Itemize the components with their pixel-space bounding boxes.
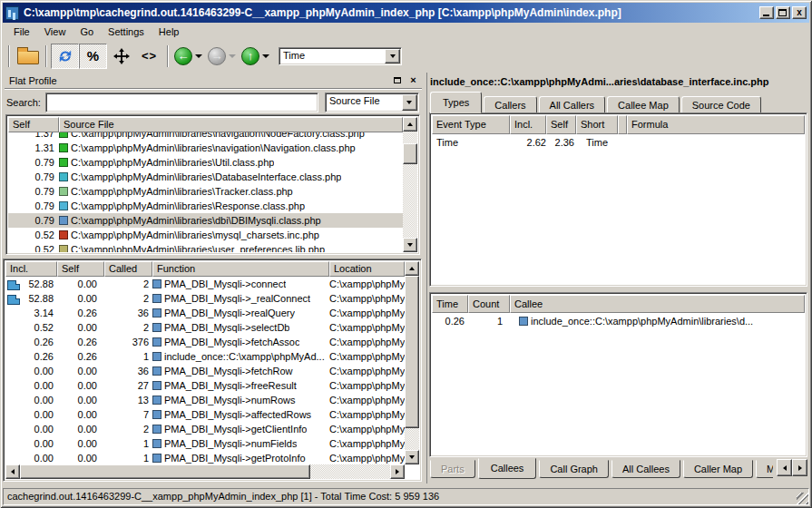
self-cost-value: 0.52 (8, 244, 59, 252)
minimize-button[interactable] (759, 6, 774, 19)
tab-callee-map[interactable]: Callee Map (607, 96, 680, 114)
tab-caller-map[interactable]: Caller Map (683, 460, 753, 478)
horizontal-scrollbar[interactable] (5, 464, 405, 479)
back-button[interactable]: ← (172, 44, 194, 69)
percent-toggle-button[interactable]: % (79, 44, 107, 69)
tab-all-callers[interactable]: All Callers (539, 96, 606, 114)
function-row[interactable]: 0.520.002PMA_DBI_Mysqli->selectDbC:\xamp… (5, 320, 405, 335)
open-file-button[interactable] (14, 44, 42, 69)
scroll-up-button[interactable] (405, 261, 419, 276)
combobox-dropdown-button[interactable] (385, 49, 400, 64)
event-type-row[interactable]: Time2.622.36Time (432, 134, 805, 150)
function-name: PMA_DBI_Mysqli->numFields (164, 438, 297, 449)
function-row[interactable]: 0.000.0027PMA_DBI_Mysqli->freeResultC:\x… (5, 378, 405, 393)
search-input[interactable] (45, 93, 318, 112)
tab-call-graph[interactable]: Call Graph (539, 460, 609, 478)
column-header-callee[interactable]: Callee (510, 295, 805, 313)
column-header-incl[interactable]: Incl. (5, 261, 57, 277)
scroll-left-button[interactable] (5, 464, 20, 479)
function-row[interactable]: 0.260.261include_once::C:\xampp\phpMyAd.… (5, 349, 405, 364)
column-header-source-file[interactable]: Source File (59, 117, 403, 132)
function-row[interactable]: 3.140.2636PMA_DBI_Mysqli->realQueryC:\xa… (5, 306, 405, 320)
column-header-formula[interactable]: Formula (627, 115, 805, 134)
column-header-self[interactable]: Self (546, 115, 576, 134)
dock-close-button[interactable]: × (406, 74, 420, 87)
toolbar-handle[interactable] (8, 45, 10, 67)
source-file-row[interactable]: 0.79C:\xampp\phpMyAdmin\libraries\Databa… (8, 170, 403, 184)
scroll-up-button[interactable] (403, 117, 417, 132)
source-file-row[interactable]: 0.79C:\xampp\phpMyAdmin\libraries\Respon… (8, 199, 403, 213)
event-type-combobox[interactable]: Time (279, 47, 402, 65)
source-file-row[interactable]: 0.52C:\xampp\phpMyAdmin\libraries\user_p… (8, 242, 403, 252)
function-row[interactable]: 52.880.002PMA_DBI_Mysqli->connectC:\xamp… (5, 277, 405, 291)
menu-file[interactable]: File (6, 24, 37, 40)
refresh-toggle-button[interactable] (51, 44, 79, 69)
maximize-button[interactable] (776, 6, 790, 19)
column-header-self[interactable]: Self (8, 117, 59, 132)
menu-help[interactable]: Help (152, 24, 187, 40)
resize-grip-icon[interactable] (797, 493, 808, 504)
scrollbar-thumb[interactable] (403, 143, 417, 164)
scroll-down-button[interactable] (403, 238, 417, 252)
scrollbar-thumb[interactable] (20, 464, 310, 479)
column-header-count[interactable]: Count (468, 295, 510, 313)
titlebar[interactable]: C:\xampp\tmp\cachegrind.out.1416463299-C… (3, 3, 809, 23)
tab-scroll-left-button[interactable] (777, 459, 792, 476)
app-icon[interactable] (5, 6, 19, 20)
dock-float-button[interactable] (390, 74, 404, 87)
function-row[interactable]: 0.000.001PMA_DBI_Mysqli->numFieldsC:\xam… (5, 436, 405, 451)
tab-callees[interactable]: Callees (478, 458, 537, 479)
column-header-time[interactable]: Time (432, 295, 468, 313)
back-dropdown-icon[interactable] (195, 54, 202, 58)
column-header-self[interactable]: Self (57, 261, 104, 277)
column-header-short[interactable]: Short (576, 115, 618, 134)
tab-parts[interactable]: Parts (430, 460, 475, 478)
up-button[interactable]: ↑ (240, 44, 261, 69)
source-file-row[interactable]: 0.79C:\xampp\phpMyAdmin\libraries\dbi\DB… (8, 213, 403, 228)
column-header-incl[interactable]: Incl. (510, 115, 546, 134)
source-file-row[interactable]: 0.52C:\xampp\phpMyAdmin\libraries\mysql_… (8, 228, 403, 242)
function-row[interactable]: 0.000.007PMA_DBI_Mysqli->affectedRowsC:\… (5, 407, 405, 422)
up-dropdown-icon[interactable] (262, 54, 269, 58)
combobox-dropdown-button[interactable] (402, 94, 417, 111)
function-row[interactable]: 0.000.001PMA_DBI_Mysqli->getProtoInfoC:\… (5, 451, 405, 464)
group-by-combobox[interactable]: Source File (325, 93, 419, 112)
column-header-event-type[interactable]: Event Type (432, 115, 510, 134)
close-button[interactable]: x (792, 6, 807, 19)
source-file-row[interactable]: 1.31C:\xampp\phpMyAdmin\libraries\naviga… (8, 141, 403, 155)
callee-row[interactable]: 0.261include_once::C:\xampp\phpMyAdmin\l… (432, 313, 805, 328)
function-row[interactable]: 0.000.0013PMA_DBI_Mysqli->numRowsC:\xamp… (5, 393, 405, 407)
source-file-path: C:\xampp\phpMyAdmin\libraries\DatabaseIn… (71, 171, 341, 182)
vertical-scrollbar[interactable] (405, 261, 419, 464)
source-file-row[interactable]: 1.37C:\xampp\phpMyAdmin\libraries\naviga… (8, 132, 403, 141)
forward-button[interactable]: → (206, 44, 228, 69)
source-file-row[interactable]: 0.79C:\xampp\phpMyAdmin\libraries\Util.c… (8, 155, 403, 170)
function-row[interactable]: 52.880.002PMA_DBI_Mysqli->_realConnectC:… (5, 291, 405, 306)
vertical-scrollbar[interactable] (403, 117, 417, 252)
tab-source-code[interactable]: Source Code (681, 96, 761, 114)
tab-all-callees[interactable]: All Callees (611, 460, 680, 478)
tab-scroll-right-button[interactable] (792, 459, 807, 476)
self-cost-value: 1.31 (8, 142, 59, 153)
cycle-detection-button[interactable]: <> (135, 44, 163, 69)
dock-titlebar[interactable]: Flat Profile × (5, 73, 422, 89)
source-file-rows: 1.37C:\xampp\phpMyAdmin\libraries\naviga… (8, 132, 403, 252)
column-header-location[interactable]: Location (329, 261, 405, 277)
self-cost-value: 0.00 (57, 278, 104, 289)
menu-view[interactable]: View (37, 24, 73, 40)
menu-settings[interactable]: Settings (101, 24, 152, 40)
function-row[interactable]: 0.000.002PMA_DBI_Mysqli->getClientInfoC:… (5, 422, 405, 436)
tab-types[interactable]: Types (430, 92, 482, 113)
menu-go[interactable]: Go (73, 24, 101, 40)
scroll-down-button[interactable] (405, 450, 419, 464)
function-row[interactable]: 0.000.0036PMA_DBI_Mysqli->fetchRowC:\xam… (5, 364, 405, 378)
column-header-function[interactable]: Function (152, 261, 329, 277)
relative-cost-button[interactable] (107, 44, 135, 69)
tab-callers[interactable]: Callers (484, 96, 536, 114)
scroll-right-button[interactable] (390, 464, 405, 479)
column-header-called[interactable]: Called (104, 261, 152, 277)
source-file-row[interactable]: 0.79C:\xampp\phpMyAdmin\libraries\Tracke… (8, 184, 403, 199)
tab-machine[interactable]: Machine (756, 460, 773, 478)
scrollbar-thumb[interactable] (405, 276, 419, 428)
function-row[interactable]: 0.260.26376PMA_DBI_Mysqli->fetchAssocC:\… (5, 335, 405, 349)
